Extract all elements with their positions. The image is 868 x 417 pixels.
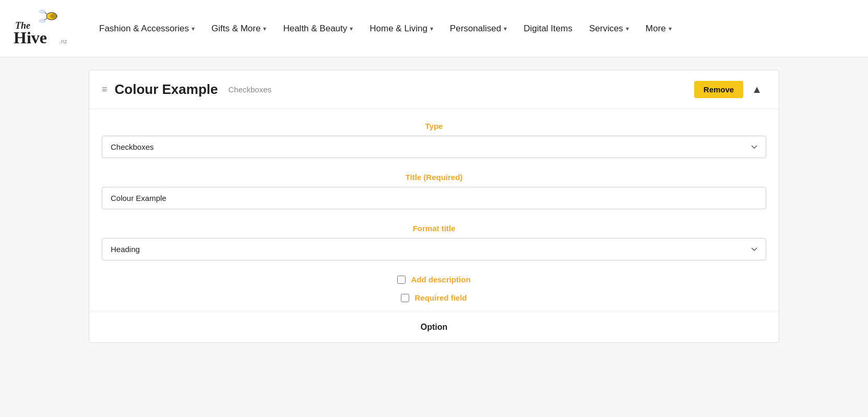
card-title-area: ≡ Colour Example Checkboxes: [102, 81, 271, 98]
nav-label-services: Services: [589, 23, 623, 34]
nav-item-digital[interactable]: Digital Items: [516, 19, 580, 38]
card-header-actions: Remove ▲: [694, 81, 766, 98]
chevron-down-icon: ▾: [626, 25, 629, 32]
type-select[interactable]: Checkboxes Radio Buttons Dropdown Text T…: [102, 136, 766, 158]
nav-label-personalised: Personalised: [450, 23, 501, 34]
required-field-label[interactable]: Required field: [414, 293, 467, 302]
card-header: ≡ Colour Example Checkboxes Remove ▲: [89, 70, 779, 109]
chevron-down-icon: ▾: [192, 25, 195, 32]
nav-label-gifts: Gifts & More: [211, 23, 260, 34]
site-header: The Hive .nz Fashion & Accessories ▾ Gif…: [0, 0, 868, 57]
nav-item-more[interactable]: More ▾: [638, 19, 679, 38]
format-title-select[interactable]: Heading Subheading Normal Small: [102, 238, 766, 260]
card-title: Colour Example: [115, 81, 218, 98]
format-title-label: Format title: [102, 224, 766, 233]
logo-image: The Hive .nz: [13, 7, 75, 49]
chevron-down-icon: ▾: [430, 25, 433, 32]
nav-label-more: More: [646, 23, 666, 34]
svg-text:.nz: .nz: [60, 38, 67, 44]
nav-item-personalised[interactable]: Personalised ▾: [443, 19, 514, 38]
required-field-checkbox[interactable]: [401, 294, 409, 302]
svg-text:Hive: Hive: [14, 28, 47, 47]
type-label: Type: [102, 122, 766, 130]
nav-label-fashion: Fashion & Accessories: [99, 23, 189, 34]
title-required-label: Title (Required): [102, 173, 766, 182]
svg-point-1: [50, 14, 57, 19]
option-section: Option: [89, 312, 779, 342]
title-input[interactable]: [102, 187, 766, 209]
main-content: ≡ Colour Example Checkboxes Remove ▲ Typ…: [0, 57, 868, 417]
add-description-row: Add description: [102, 275, 766, 284]
chevron-down-icon: ▾: [669, 25, 672, 32]
collapse-button[interactable]: ▲: [747, 81, 766, 98]
title-field-group: Title (Required): [102, 173, 766, 209]
format-title-field-group: Format title Heading Subheading Normal S…: [102, 224, 766, 260]
nav-item-services[interactable]: Services ▾: [582, 19, 636, 38]
svg-point-5: [39, 19, 45, 22]
add-description-checkbox[interactable]: [397, 276, 406, 284]
nav-label-digital: Digital Items: [524, 23, 573, 34]
nav-label-home: Home & Living: [370, 23, 427, 34]
card-body: Type Checkboxes Radio Buttons Dropdown T…: [89, 109, 779, 302]
type-field-group: Type Checkboxes Radio Buttons Dropdown T…: [102, 122, 766, 158]
nav-item-gifts[interactable]: Gifts & More ▾: [204, 19, 274, 38]
required-field-row: Required field: [102, 293, 766, 302]
chevron-down-icon: ▾: [263, 25, 266, 32]
chevron-down-icon: ▾: [504, 25, 507, 32]
nav-item-home[interactable]: Home & Living ▾: [362, 19, 441, 38]
main-nav: Fashion & Accessories ▾ Gifts & More ▾ H…: [92, 19, 679, 38]
logo[interactable]: The Hive .nz: [13, 7, 75, 51]
add-description-label[interactable]: Add description: [411, 275, 470, 284]
chevron-down-icon: ▾: [350, 25, 353, 32]
form-card: ≡ Colour Example Checkboxes Remove ▲ Typ…: [89, 70, 779, 343]
nav-item-health[interactable]: Health & Beauty ▾: [276, 19, 360, 38]
svg-point-4: [39, 10, 45, 13]
nav-item-fashion[interactable]: Fashion & Accessories ▾: [92, 19, 202, 38]
remove-button[interactable]: Remove: [694, 81, 743, 98]
nav-label-health: Health & Beauty: [283, 23, 347, 34]
card-subtitle: Checkboxes: [228, 85, 271, 94]
drag-handle-icon[interactable]: ≡: [102, 84, 108, 95]
option-section-label: Option: [421, 323, 448, 332]
